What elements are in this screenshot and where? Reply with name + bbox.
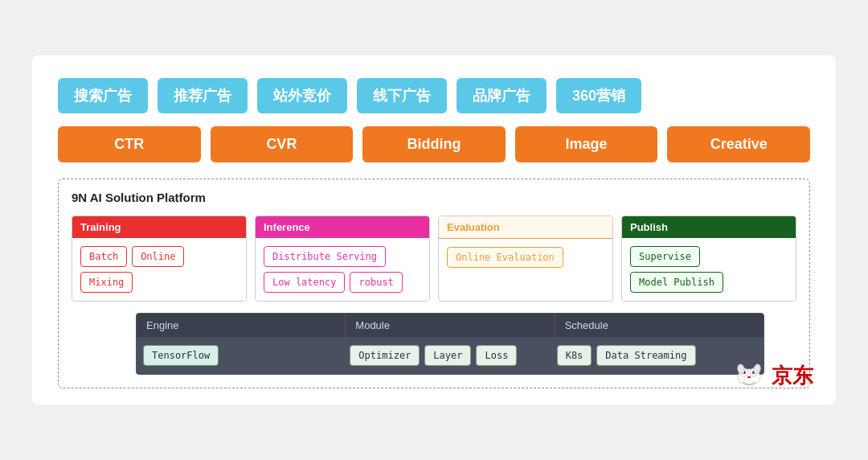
engine-header: Engine: [137, 314, 346, 337]
chip-supervise: Supervise: [630, 246, 700, 267]
chip-loss: Loss: [476, 345, 517, 366]
ml-task-bidding[interactable]: Bidding: [362, 126, 506, 162]
engine-cell: TensorFlow: [143, 345, 343, 366]
schedule-header: Schedule: [555, 314, 764, 337]
ml-task-creative[interactable]: Creative: [667, 126, 810, 162]
jd-logo-icon: [731, 361, 767, 390]
ml-task-cvr[interactable]: CVR: [211, 126, 354, 162]
chip-online-eval: Online Evaluation: [447, 247, 563, 268]
chip-k8s: K8s: [557, 345, 592, 366]
chip-tensorflow: TensorFlow: [143, 345, 219, 366]
ad-type-360[interactable]: 360营销: [556, 78, 641, 113]
training-section: Training Batch Online Mixing: [72, 216, 247, 302]
jd-logo-text: 京东: [772, 362, 813, 390]
chip-mixing: Mixing: [80, 272, 133, 293]
ad-types-row: 搜索广告 推荐广告 站外竞价 线下广告 品牌广告 360营销: [58, 78, 810, 113]
module-cell: Optimizer Layer Loss: [350, 345, 550, 366]
logo-area: 京东: [731, 361, 813, 390]
engine-header-row: Engine Module Schedule: [137, 314, 764, 337]
ad-type-recommend[interactable]: 推荐广告: [158, 78, 248, 113]
svg-point-5: [747, 376, 751, 378]
ad-type-offsite[interactable]: 站外竞价: [257, 78, 347, 113]
chip-lowlatency: Low latency: [264, 272, 345, 293]
engine-grid: Engine Module Schedule TensorFlow Optimi…: [136, 313, 764, 375]
chip-batch: Batch: [80, 246, 127, 267]
publish-section: Publish Supervise Model Publish: [621, 216, 796, 302]
ml-task-image[interactable]: Image: [515, 126, 658, 162]
platform-title: 9N AI Solution Platform: [72, 191, 796, 204]
chip-online: Online: [132, 246, 184, 267]
chip-layer: Layer: [424, 345, 471, 366]
training-header: Training: [72, 216, 246, 238]
inference-section: Inference Distribute Serving Low latency…: [255, 216, 430, 302]
ad-type-offline[interactable]: 线下广告: [357, 78, 447, 113]
chip-robust: robust: [350, 272, 402, 293]
chip-distribute: Distribute Serving: [264, 246, 386, 267]
ad-type-search[interactable]: 搜索广告: [58, 78, 148, 113]
publish-body: Supervise Model Publish: [622, 238, 796, 301]
ml-tasks-row: CTR CVR Bidding Image Creative: [58, 126, 810, 162]
ml-task-ctr[interactable]: CTR: [58, 126, 201, 162]
inference-header: Inference: [256, 216, 429, 238]
schedule-cell: K8s Data Streaming: [557, 345, 757, 366]
main-slide: 搜索广告 推荐广告 站外竞价 线下广告 品牌广告 360营销 CTR CVR B…: [32, 55, 836, 405]
platform-box: 9N AI Solution Platform Training Batch O…: [58, 179, 810, 388]
evaluation-section: Evaluation Online Evaluation: [438, 216, 613, 302]
evaluation-body: Online Evaluation: [439, 239, 612, 276]
module-header: Module: [346, 314, 555, 337]
chip-optimizer: Optimizer: [350, 345, 420, 366]
chip-model-publish: Model Publish: [630, 272, 723, 293]
inference-body: Distribute Serving Low latency robust: [256, 238, 429, 301]
ai-solution-grid: Training Batch Online Mixing Inference D…: [72, 216, 796, 302]
engine-body-row: TensorFlow Optimizer Layer Loss K8s Data…: [137, 337, 764, 374]
chip-data-streaming: Data Streaming: [596, 345, 695, 366]
ad-type-brand[interactable]: 品牌广告: [457, 78, 547, 113]
evaluation-header: Evaluation: [439, 216, 612, 239]
publish-header: Publish: [622, 216, 796, 238]
training-body: Batch Online Mixing: [72, 238, 246, 301]
